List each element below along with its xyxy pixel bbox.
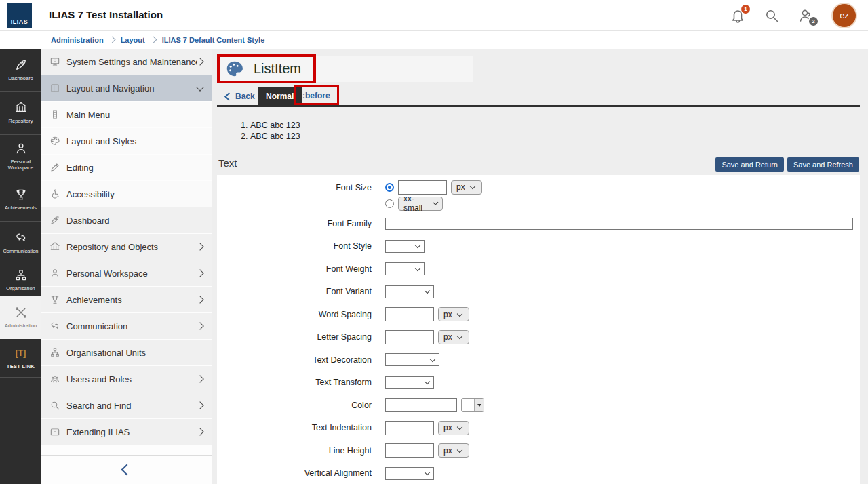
color-dropdown-arrow-icon [474, 399, 484, 411]
chevron-down-icon [196, 83, 203, 91]
sidebar-collapse-button[interactable] [41, 455, 212, 484]
sidebar-item-extending-ilias[interactable]: Extending ILIAS [41, 419, 212, 445]
sidebar-item-main-menu[interactable]: Main Menu [41, 102, 212, 127]
text-indentation-unit-select[interactable]: px [438, 421, 469, 435]
sidebar-item-achievements[interactable]: Achievements [41, 287, 212, 312]
orgchart-icon [50, 347, 60, 358]
form-row-letter-spacing: Letter Spacingpx [217, 326, 860, 349]
breadcrumb-item-ilias-7-default-content-style[interactable]: ILIAS 7 Default Content Style [162, 36, 265, 44]
font-variant-select[interactable] [385, 285, 434, 298]
sidebar-item-dashboard[interactable]: Dashboard [41, 207, 212, 233]
avatar[interactable]: ez [831, 3, 857, 28]
chevron-left-icon [224, 92, 233, 101]
select-value: xx-small [403, 194, 429, 213]
rail-item-personal-workspace[interactable]: Personal Workspace [0, 135, 41, 178]
rail-item-label: Administration [3, 323, 39, 329]
select-value: px [443, 446, 452, 456]
select-value: px [456, 182, 465, 192]
box-icon [50, 426, 60, 437]
font-size-keyword-select[interactable]: xx-small [398, 197, 443, 211]
text-transform-select[interactable] [385, 376, 434, 389]
installation-title: ILIAS 7 Test Installation [49, 0, 163, 30]
sidebar-item-personal-workspace[interactable]: Personal Workspace [41, 260, 212, 286]
sidebar-item-system-settings-and-maintenance[interactable]: System Settings and Maintenance [41, 49, 212, 75]
font-size-unit-select[interactable]: px [451, 180, 482, 195]
font-weight-select[interactable] [385, 262, 425, 275]
person-icon [50, 268, 60, 279]
form-row-text-transform: Text Transform [217, 371, 860, 395]
main-menu-rail: Dashboard Repository Personal Workspace … [0, 49, 41, 484]
letter-spacing-input[interactable] [385, 330, 434, 344]
word-spacing-input[interactable] [385, 307, 434, 321]
rail-item-dashboard[interactable]: Dashboard [0, 49, 41, 92]
notifications-button[interactable]: 1 [730, 7, 746, 24]
form-control [385, 376, 434, 389]
breadcrumb-separator-icon [150, 36, 157, 43]
sidebar-item-accessibility[interactable]: Accessibility [41, 181, 212, 207]
form-label-line-height: Line Height [217, 446, 385, 456]
sidebar-item-label: Dashboard [66, 216, 203, 226]
sidebar-item-label: Achievements [66, 295, 197, 305]
sidebar-item-layout-and-navigation[interactable]: Layout and Navigation [41, 75, 212, 101]
sidebar-item-users-and-roles[interactable]: Users and Roles [41, 366, 212, 392]
sidebar-item-label: Communication [66, 321, 197, 331]
rocket-icon [50, 215, 60, 226]
color-picker-button[interactable] [461, 398, 484, 412]
vertical-alignment-select[interactable] [385, 467, 434, 480]
form-control: pxxx-small [385, 180, 482, 211]
breadcrumb-item-administration[interactable]: Administration [51, 36, 104, 44]
tab-before[interactable]: :before [302, 91, 330, 100]
form-row-color: Color [217, 394, 860, 417]
font-size-options: pxxx-small [385, 180, 482, 211]
form-label-font-weight: Font Weight [217, 264, 385, 274]
rail-item-administration[interactable]: Administration [0, 296, 41, 339]
form-row-word-spacing: Word Spacingpx [217, 303, 860, 326]
rail-item-communication[interactable]: Communication [0, 222, 41, 264]
rail-item-organisation[interactable]: Organisation [0, 264, 41, 296]
rail-item-repository[interactable]: Repository [0, 92, 41, 135]
font-size-numeric-radio[interactable] [385, 183, 394, 192]
select-value: px [443, 332, 452, 342]
breadcrumb-item-layout[interactable]: Layout [121, 36, 145, 44]
form-row-font-style: Font Style [217, 235, 860, 258]
sidebar-item-editing[interactable]: Editing [41, 155, 212, 180]
back-tab[interactable]: Back [226, 92, 255, 101]
form-label-letter-spacing: Letter Spacing [217, 332, 385, 342]
text-indentation-input[interactable] [385, 421, 434, 435]
form-control [385, 240, 425, 253]
font-family-input[interactable] [385, 218, 853, 230]
line-height-input[interactable] [385, 443, 434, 458]
rail-item-achievements[interactable]: Achievements [0, 178, 41, 222]
rail-item-test-link[interactable]: [T] TEST LINK [0, 339, 41, 378]
person-icon [14, 142, 28, 155]
sidebar-item-label: Repository and Objects [66, 242, 197, 252]
letter-spacing-unit-select[interactable]: px [438, 330, 469, 344]
chevron-down-icon [425, 379, 430, 384]
ilias-logo[interactable]: ILIAS [7, 3, 32, 28]
font-style-select[interactable] [385, 240, 425, 253]
orgchart-icon [14, 268, 28, 282]
annotation-box-title: ListItem [217, 54, 316, 83]
style-preview-list: ABC abc 123 ABC abc 123 [239, 121, 300, 142]
sidebar-item-organisational-units[interactable]: Organisational Units [41, 340, 212, 365]
sidebar-item-search-and-find[interactable]: Search and Find [41, 392, 212, 418]
sidebar-item-communication[interactable]: Communication [41, 313, 212, 339]
users-icon [50, 374, 60, 384]
save-and-refresh-button[interactable]: Save and Refresh [787, 157, 859, 172]
search-button[interactable] [764, 7, 780, 24]
form-row-font-family: Font Family [217, 212, 860, 235]
line-height-unit-select[interactable]: px [438, 443, 469, 458]
color-input[interactable] [385, 398, 457, 412]
word-spacing-unit-select[interactable]: px [438, 307, 469, 321]
font-size-keyword-radio[interactable] [385, 199, 394, 208]
font-size-input[interactable] [398, 180, 447, 195]
awareness-button[interactable]: 2 [797, 7, 814, 24]
chevron-down-icon [456, 447, 462, 453]
form-label-vertical-alignment: Vertical Alignment [217, 468, 385, 478]
save-and-return-button[interactable]: Save and Return [715, 157, 784, 172]
sidebar-item-layout-and-styles[interactable]: Layout and Styles [41, 128, 212, 154]
text-decoration-select[interactable] [385, 353, 439, 366]
chevron-right-icon [196, 375, 203, 382]
chevron-down-icon [430, 357, 435, 362]
sidebar-item-repository-and-objects[interactable]: Repository and Objects [41, 234, 212, 260]
